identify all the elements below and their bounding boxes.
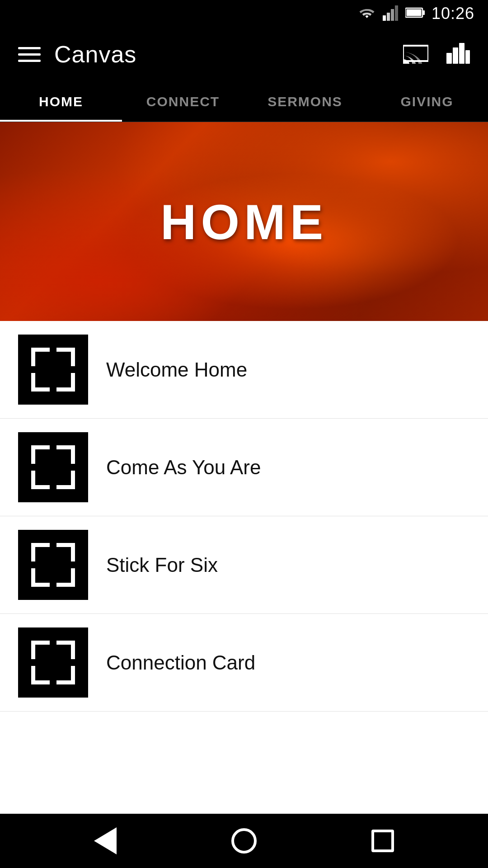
status-bar: 10:26 bbox=[0, 0, 488, 27]
status-icons: 10:26 bbox=[357, 4, 474, 23]
list-item[interactable]: Connection Card bbox=[0, 614, 488, 712]
bottom-nav bbox=[0, 814, 488, 868]
wifi-icon bbox=[357, 5, 376, 22]
hero-banner: HOME bbox=[0, 122, 488, 321]
corner-tr bbox=[56, 542, 76, 562]
corner-tr bbox=[56, 640, 76, 660]
svg-rect-9 bbox=[453, 47, 458, 64]
item-icon-stick-for-six bbox=[18, 530, 88, 600]
list-item[interactable]: Come As You Are bbox=[0, 419, 488, 516]
status-time: 10:26 bbox=[432, 4, 474, 23]
corner-br bbox=[56, 568, 76, 588]
svg-rect-3 bbox=[395, 5, 398, 21]
tab-sermons[interactable]: SERMONS bbox=[244, 81, 366, 122]
corner-tr bbox=[56, 347, 76, 367]
item-icon-connection-card bbox=[18, 627, 88, 698]
hero-title: HOME bbox=[160, 193, 328, 250]
hamburger-menu-button[interactable] bbox=[18, 47, 41, 62]
corner-tr bbox=[56, 445, 76, 465]
corner-tl bbox=[31, 347, 51, 367]
corner-bl bbox=[31, 665, 51, 685]
tab-giving[interactable]: GIVING bbox=[366, 81, 488, 122]
corner-bl bbox=[31, 568, 51, 588]
corner-bl bbox=[31, 373, 51, 392]
list-item[interactable]: Stick For Six bbox=[0, 516, 488, 614]
corner-br bbox=[56, 470, 76, 490]
svg-rect-10 bbox=[459, 43, 465, 64]
expand-icon bbox=[31, 542, 76, 588]
header-left: Canvas bbox=[18, 41, 136, 68]
recents-square-icon bbox=[371, 830, 394, 852]
nav-tabs: HOME CONNECT SERMONS GIVING bbox=[0, 81, 488, 122]
svg-rect-8 bbox=[446, 53, 452, 64]
app-header: Canvas bbox=[0, 27, 488, 81]
battery-icon bbox=[405, 6, 425, 21]
expand-icon bbox=[31, 347, 76, 392]
corner-br bbox=[56, 373, 76, 392]
expand-icon bbox=[31, 640, 76, 685]
recents-button[interactable] bbox=[360, 823, 405, 859]
corner-bl bbox=[31, 470, 51, 490]
home-circle-icon bbox=[231, 828, 257, 854]
app-title: Canvas bbox=[54, 41, 136, 68]
svg-rect-1 bbox=[387, 13, 390, 21]
back-arrow-icon bbox=[94, 827, 117, 854]
svg-rect-0 bbox=[383, 15, 386, 21]
list-item-label: Stick For Six bbox=[106, 554, 218, 576]
header-right bbox=[403, 43, 470, 66]
corner-br bbox=[56, 665, 76, 685]
cast-icon[interactable] bbox=[403, 43, 428, 66]
home-button[interactable] bbox=[221, 823, 267, 859]
corner-tl bbox=[31, 640, 51, 660]
svg-rect-7 bbox=[403, 46, 428, 61]
list-item-label: Connection Card bbox=[106, 651, 255, 674]
list-item-label: Come As You Are bbox=[106, 456, 261, 479]
back-button[interactable] bbox=[83, 823, 128, 859]
tab-connect[interactable]: CONNECT bbox=[122, 81, 244, 122]
list-item[interactable]: Welcome Home bbox=[0, 321, 488, 419]
svg-rect-5 bbox=[422, 10, 425, 15]
list-item-label: Welcome Home bbox=[106, 359, 247, 381]
corner-tl bbox=[31, 445, 51, 465]
chart-icon[interactable] bbox=[446, 43, 470, 66]
svg-rect-11 bbox=[465, 50, 470, 64]
svg-rect-6 bbox=[406, 9, 421, 16]
svg-rect-2 bbox=[391, 9, 394, 21]
item-icon-welcome-home bbox=[18, 335, 88, 405]
item-icon-come-as-you-are bbox=[18, 432, 88, 502]
signal-icon bbox=[383, 5, 399, 23]
expand-icon bbox=[31, 445, 76, 490]
tab-home[interactable]: HOME bbox=[0, 81, 122, 122]
corner-tl bbox=[31, 542, 51, 562]
list-container: Welcome Home Come As You Are Stick For S… bbox=[0, 321, 488, 814]
